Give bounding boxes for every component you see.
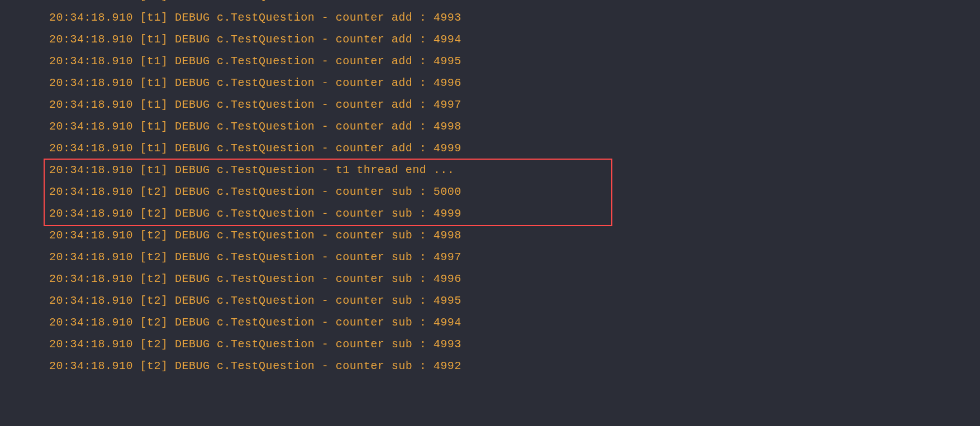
log-level: DEBUG (175, 294, 210, 307)
log-separator: - (322, 11, 329, 24)
log-logger: c.TestQuestion (217, 229, 315, 242)
console-output[interactable]: 20:34:18.910 [t1] DEBUG c.TestQuestion -… (0, 0, 980, 377)
log-logger: c.TestQuestion (217, 207, 315, 220)
log-separator: - (322, 142, 329, 155)
log-line: 20:34:18.910 [t1] DEBUG c.TestQuestion -… (49, 50, 980, 72)
log-thread: [t2] (140, 272, 168, 285)
log-line: 20:34:18.910 [t2] DEBUG c.TestQuestion -… (49, 181, 980, 203)
log-line: 20:34:18.910 [t2] DEBUG c.TestQuestion -… (49, 224, 980, 246)
log-message: counter add : 4996 (336, 76, 462, 89)
log-separator: - (322, 98, 329, 111)
log-timestamp: 20:34:18.910 (49, 164, 133, 176)
log-level: DEBUG (175, 272, 210, 285)
log-message: counter sub : 5000 (336, 185, 462, 198)
log-line: 20:34:18.910 [t2] DEBUG c.TestQuestion -… (49, 355, 980, 377)
log-message: counter sub : 4993 (336, 338, 462, 351)
log-message: counter add : 4999 (336, 142, 462, 155)
log-level: DEBUG (175, 142, 210, 155)
log-timestamp: 20:34:18.910 (49, 11, 133, 24)
log-timestamp: 20:34:18.910 (49, 207, 133, 220)
log-message: counter sub : 4992 (336, 360, 462, 372)
log-separator: - (322, 76, 329, 89)
log-message: counter sub : 4995 (336, 294, 462, 307)
log-level: DEBUG (175, 207, 210, 220)
log-thread: [t2] (140, 316, 168, 329)
log-thread: [t2] (140, 229, 168, 242)
log-level: DEBUG (175, 11, 210, 24)
log-logger: c.TestQuestion (217, 164, 315, 176)
log-level: DEBUG (175, 33, 210, 46)
log-thread: [t1] (140, 0, 168, 2)
log-message: counter add : 4998 (336, 120, 462, 133)
log-logger: c.TestQuestion (217, 272, 315, 285)
log-timestamp: 20:34:18.910 (49, 55, 133, 68)
log-message: counter add : 4997 (336, 98, 462, 111)
log-line: 20:34:18.910 [t2] DEBUG c.TestQuestion -… (49, 203, 980, 224)
log-timestamp: 20:34:18.910 (49, 76, 133, 89)
log-level: DEBUG (175, 251, 210, 264)
log-separator: - (322, 251, 329, 264)
log-level: DEBUG (175, 338, 210, 351)
log-line: 20:34:18.910 [t1] DEBUG c.TestQuestion -… (49, 72, 980, 94)
log-separator: - (322, 360, 329, 372)
log-separator: - (322, 207, 329, 220)
log-timestamp: 20:34:18.910 (49, 316, 133, 329)
log-separator: - (322, 33, 329, 46)
log-thread: [t2] (140, 251, 168, 264)
log-thread: [t2] (140, 338, 168, 351)
log-logger: c.TestQuestion (217, 316, 315, 329)
log-logger: c.TestQuestion (217, 11, 315, 24)
log-level: DEBUG (175, 120, 210, 133)
log-logger: c.TestQuestion (217, 251, 315, 264)
log-line: 20:34:18.910 [t1] DEBUG c.TestQuestion -… (49, 94, 980, 116)
log-timestamp: 20:34:18.910 (49, 0, 133, 2)
log-line: 20:34:18.910 [t1] DEBUG c.TestQuestion -… (49, 0, 980, 7)
log-logger: c.TestQuestion (217, 294, 315, 307)
log-line: 20:34:18.910 [t1] DEBUG c.TestQuestion -… (49, 159, 980, 181)
log-thread: [t2] (140, 294, 168, 307)
log-thread: [t2] (140, 360, 168, 372)
log-message: counter sub : 4996 (336, 272, 462, 285)
log-level: DEBUG (175, 98, 210, 111)
log-separator: - (322, 272, 329, 285)
log-thread: [t1] (140, 120, 168, 133)
log-level: DEBUG (175, 55, 210, 68)
log-line: 20:34:18.910 [t2] DEBUG c.TestQuestion -… (49, 268, 980, 290)
log-logger: c.TestQuestion (217, 55, 315, 68)
log-level: DEBUG (175, 360, 210, 372)
log-thread: [t1] (140, 11, 168, 24)
log-separator: - (322, 120, 329, 133)
log-level: DEBUG (175, 185, 210, 198)
log-thread: [t1] (140, 142, 168, 155)
log-timestamp: 20:34:18.910 (49, 98, 133, 111)
log-line: 20:34:18.910 [t1] DEBUG c.TestQuestion -… (49, 116, 980, 137)
log-logger: c.TestQuestion (217, 120, 315, 133)
log-separator: - (322, 338, 329, 351)
log-thread: [t1] (140, 33, 168, 46)
log-level: DEBUG (175, 0, 210, 2)
log-message: counter add : 4993 (336, 11, 462, 24)
log-thread: [t1] (140, 98, 168, 111)
log-level: DEBUG (175, 76, 210, 89)
log-level: DEBUG (175, 164, 210, 176)
log-logger: c.TestQuestion (217, 185, 315, 198)
log-message: counter sub : 4999 (336, 207, 462, 220)
log-line: 20:34:18.910 [t2] DEBUG c.TestQuestion -… (49, 312, 980, 333)
log-thread: [t1] (140, 164, 168, 176)
log-line: 20:34:18.910 [t2] DEBUG c.TestQuestion -… (49, 246, 980, 268)
log-separator: - (322, 185, 329, 198)
log-timestamp: 20:34:18.910 (49, 294, 133, 307)
log-timestamp: 20:34:18.910 (49, 229, 133, 242)
log-message: counter sub : 4998 (336, 229, 462, 242)
log-timestamp: 20:34:18.910 (49, 272, 133, 285)
log-timestamp: 20:34:18.910 (49, 33, 133, 46)
log-logger: c.TestQuestion (217, 33, 315, 46)
log-message: counter sub : 4997 (336, 251, 462, 264)
log-timestamp: 20:34:18.910 (49, 185, 133, 198)
log-logger: c.TestQuestion (217, 98, 315, 111)
log-separator: - (322, 294, 329, 307)
log-separator: - (322, 164, 329, 176)
log-level: DEBUG (175, 229, 210, 242)
log-timestamp: 20:34:18.910 (49, 120, 133, 133)
log-separator: - (322, 229, 329, 242)
